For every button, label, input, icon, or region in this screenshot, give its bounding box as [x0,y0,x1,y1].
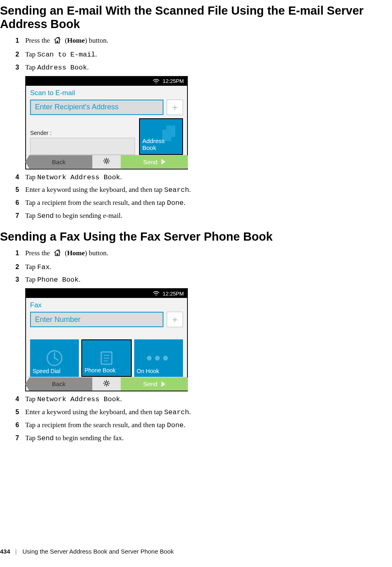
step-number: 2 [15,50,19,59]
send-button[interactable]: Send [121,377,188,391]
status-time: 12:25PM [163,291,184,297]
step-number: 1 [15,36,19,45]
dot: . [120,173,122,181]
step-text: Tap [25,63,37,71]
svg-line-22 [108,381,109,382]
speed-dial-tile[interactable]: Speed Dial [30,339,79,377]
step-6: 6 Tap a recipient from the search result… [15,198,377,208]
step-text: Enter a keyword using the keyboard, and … [25,186,164,193]
step-6: 6 Tap a recipient from the search result… [15,421,377,430]
step-1: 1 Press the (Home) button. [15,36,377,47]
wifi-icon [153,291,159,296]
section1-steps-cont: 4 Tap Network Address Book. 5 Enter a ke… [0,173,377,222]
section1-steps: 1 Press the (Home) button. 2 Tap Scan to… [0,36,377,73]
step-number: 3 [15,63,19,72]
on-hook-label: On Hook [137,368,159,374]
dot: . [87,63,89,71]
dot: . [189,408,191,416]
address-book-label: Address Book [142,137,165,152]
code: Send [37,212,54,220]
step-3: 3 Tap Address Book. [15,63,377,73]
step-text: Press the [25,37,52,44]
step-number: 1 [15,249,19,258]
step-number: 5 [15,408,19,417]
code: Address Book [37,64,87,72]
code: Network Address Book [37,174,120,181]
add-recipient-button[interactable]: ＋ [167,100,183,115]
address-book-tile[interactable]: Address Book [139,118,183,155]
on-hook-tile[interactable]: ••• On Hook [134,339,183,377]
step-4: 4 Tap Network Address Book. [15,395,377,404]
svg-line-7 [105,163,105,163]
step-7: 7 Tap Send to begin sending the fax. [15,434,377,443]
back-button[interactable]: Back [25,377,92,391]
code: Search [164,186,189,194]
step-text: Tap [25,276,37,283]
ui-scan-to-email: 12:25PM Scan to E-mail Enter Recipient's… [25,76,188,169]
step-7: 7 Tap Send to begin sending e-mail. [15,211,377,221]
home-icon [53,37,61,47]
sender-input[interactable] [30,138,135,155]
step-text: Tap [25,395,37,403]
step-3: 3 Tap Phone Book. [15,275,377,285]
svg-line-19 [105,381,105,382]
settings-button[interactable] [92,155,121,169]
page-footer: 434 | Using the Server Address Book and … [0,548,174,555]
svg-point-0 [105,160,108,162]
step-text: Tap a recipient from the search result, … [25,199,167,206]
code: Done [167,199,184,207]
dot: . [183,199,185,206]
dot: . [95,50,97,58]
send-arrow-icon [161,381,166,387]
section2-steps: 1 Press the (Home) button. 2 Tap Fax. 3 … [0,249,377,285]
svg-line-20 [108,385,109,385]
step-number: 6 [15,198,19,207]
svg-line-21 [105,385,105,385]
dot: . [189,186,191,193]
footer-separator: | [15,548,17,555]
code: Fax [37,263,50,271]
send-label: Send [143,380,157,387]
settings-button[interactable] [92,377,121,391]
step-number: 5 [15,185,19,194]
dot: . [79,276,81,283]
step-text-end: ) button. [85,249,109,257]
code: Scan to E-mail [37,51,96,59]
code: Send [37,434,54,442]
gear-icon [103,157,110,166]
recipient-input[interactable]: Enter Recipient's Address [30,100,163,115]
send-label: Send [143,159,157,165]
gear-icon [103,380,110,389]
step-4: 4 Tap Network Address Book. [15,173,377,182]
step-text-end: to begin sending the fax. [54,434,124,442]
status-time: 12:25PM [163,78,184,84]
add-number-button[interactable]: ＋ [167,312,183,327]
svg-line-5 [105,159,105,160]
step-2: 2 Tap Fax. [15,263,377,272]
send-button[interactable]: Send [121,155,188,169]
number-input[interactable]: Enter Number [30,312,163,327]
phone-book-tile[interactable]: Phone Book [81,339,132,377]
screen-title: Scan to E-mail [30,89,183,97]
svg-point-14 [105,382,108,385]
step-text: Tap [25,173,37,181]
screen-title: Fax [30,301,183,309]
step-text: Press the [25,249,52,257]
step-text: Tap a recipient from the search result, … [25,421,167,429]
code: Done [167,421,184,429]
dot: . [120,395,122,403]
home-icon [53,249,61,259]
step-text: Enter a keyword using the keyboard, and … [25,408,164,416]
step-1: 1 Press the (Home) button. [15,249,377,259]
svg-line-6 [108,163,109,163]
back-button[interactable]: Back [25,155,92,169]
step-text-end: ) button. [85,37,109,44]
code: Network Address Book [37,395,120,403]
step-number: 6 [15,421,19,430]
home-label: Home [67,37,85,44]
step-text: Tap [25,50,37,58]
section2-title: Sending a Fax Using the Fax Server Phone… [0,230,377,243]
step-text: Tap [25,263,37,271]
step-2: 2 Tap Scan to E-mail. [15,50,377,60]
step-text: Tap [25,434,37,442]
